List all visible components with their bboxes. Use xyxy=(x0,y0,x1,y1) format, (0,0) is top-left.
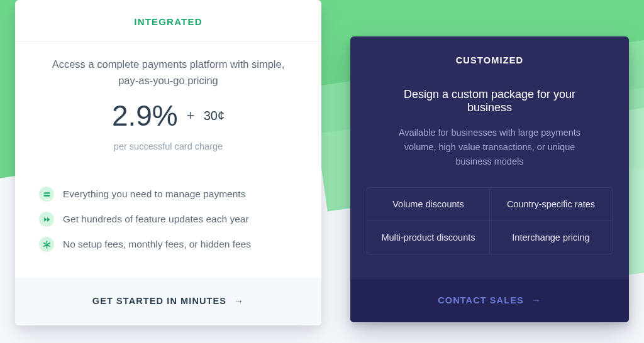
grid-row: Volume discounts Country-specific rates xyxy=(367,188,612,220)
feature-text: Get hundreds of feature updates each yea… xyxy=(63,214,249,225)
pricing-cards-row: INTEGRATED Access a complete payments pl… xyxy=(0,0,644,343)
integrated-feature-list: Everything you need to manage payments G… xyxy=(15,158,321,278)
get-started-button[interactable]: GET STARTED IN MINUTES → xyxy=(15,278,321,325)
integrated-title: INTEGRATED xyxy=(28,16,309,27)
integrated-header: INTEGRATED xyxy=(15,0,321,41)
fast-forward-icon xyxy=(39,212,54,227)
integrated-lead: Access a complete payments platform with… xyxy=(48,57,287,89)
integrated-percent: 2.9% xyxy=(112,99,178,133)
contact-sales-button[interactable]: CONTACT SALES → xyxy=(350,280,629,322)
grid-cell: Country-specific rates xyxy=(489,188,612,220)
customized-plan-card: CUSTOMIZED Design a custom package for y… xyxy=(350,36,629,322)
wallet-icon xyxy=(39,187,54,202)
feature-text: No setup fees, monthly fees, or hidden f… xyxy=(63,239,251,250)
customized-lead: Design a custom package for your busines… xyxy=(363,88,616,114)
feature-item: Get hundreds of feature updates each yea… xyxy=(39,212,297,227)
customized-feature-grid: Volume discounts Country-specific rates … xyxy=(367,187,613,254)
integrated-plan-card: INTEGRATED Access a complete payments pl… xyxy=(15,0,321,325)
page-background: INTEGRATED Access a complete payments pl… xyxy=(0,0,644,343)
arrow-right-icon: → xyxy=(531,295,541,305)
customized-subtext: Available for businesses with large paym… xyxy=(363,126,616,170)
grid-row: Multi-product discounts Interchange pric… xyxy=(367,220,612,254)
integrated-body: Access a complete payments platform with… xyxy=(15,41,321,158)
grid-cell: Volume discounts xyxy=(367,188,489,220)
integrated-price: 2.9% + 30¢ xyxy=(39,99,297,133)
asterisk-icon xyxy=(39,237,54,252)
grid-cell: Multi-product discounts xyxy=(367,220,489,254)
feature-text: Everything you need to manage payments xyxy=(63,188,245,200)
arrow-right-icon: → xyxy=(235,296,245,306)
svg-rect-1 xyxy=(43,193,50,195)
integrated-cents: 30¢ xyxy=(204,109,225,123)
feature-item: Everything you need to manage payments xyxy=(39,187,297,202)
contact-sales-label: CONTACT SALES xyxy=(438,295,523,305)
feature-item: No setup fees, monthly fees, or hidden f… xyxy=(39,237,297,252)
customized-header: CUSTOMIZED Design a custom package for y… xyxy=(350,36,629,170)
customized-title: CUSTOMIZED xyxy=(363,55,616,65)
grid-cell: Interchange pricing xyxy=(489,220,612,254)
plus-sign: + xyxy=(187,107,195,124)
integrated-per-charge: per successful card charge xyxy=(39,141,297,151)
get-started-label: GET STARTED IN MINUTES xyxy=(92,296,226,306)
